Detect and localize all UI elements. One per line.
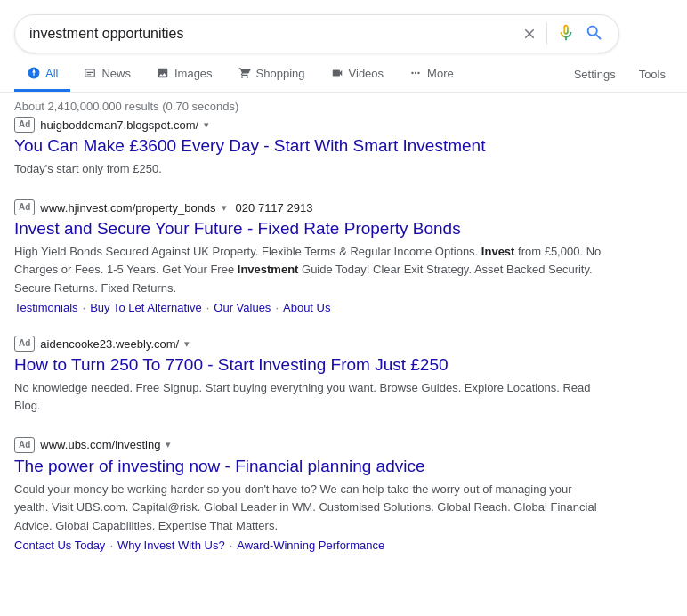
tab-more-label: More <box>427 67 454 80</box>
tab-news-label: News <box>101 67 131 80</box>
sitelink-testimonials[interactable]: Testimonials <box>14 301 78 314</box>
sitelinks-2: Testimonials · Buy To Let Alternative · … <box>14 301 602 314</box>
sitelink-our-values[interactable]: Our Values <box>214 301 271 314</box>
ad-description-1: Today's start only from £250. <box>14 160 602 179</box>
ad-badge-2: Ad <box>14 199 35 215</box>
ad-title-4[interactable]: The power of investing now - Financial p… <box>14 457 425 475</box>
tab-images-label: Images <box>174 67 213 80</box>
ad-badge-1: Ad <box>14 117 35 133</box>
ad-block-4: Ad www.ubs.com/investing ▾ The power of … <box>14 437 602 552</box>
bottom-link-why-invest[interactable]: Why Invest With Us? <box>117 539 225 552</box>
ad-url-arrow-1[interactable]: ▾ <box>204 119 209 131</box>
ad-url-arrow-3[interactable]: ▾ <box>184 338 190 350</box>
all-icon <box>27 66 41 80</box>
bottom-link-sep-2: · <box>230 539 233 552</box>
nav-tabs: All News Images Shopping Vid <box>0 57 687 93</box>
tab-videos[interactable]: Videos <box>318 57 397 92</box>
tab-videos-label: Videos <box>349 67 384 80</box>
ad-description-3: No knowledge needed. Free Signup. Start … <box>14 379 602 416</box>
ad-badge-3: Ad <box>14 336 35 352</box>
tab-images[interactable]: Images <box>143 57 225 92</box>
shopping-icon <box>238 66 252 80</box>
tab-shopping-label: Shopping <box>256 67 305 80</box>
sitelink-sep-3: · <box>275 301 279 314</box>
clear-icon[interactable] <box>521 26 537 42</box>
ad-url-2: www.hjinvest.com/property_bonds <box>40 201 215 215</box>
ad-description-4: Could your money be working harder so yo… <box>14 481 602 536</box>
ad-title-1[interactable]: You Can Make £3600 Every Day - Start Wit… <box>14 136 485 155</box>
bottom-link-contact[interactable]: Contact Us Today <box>14 539 105 552</box>
sitelink-sep-1: · <box>83 301 86 314</box>
news-icon <box>83 66 97 80</box>
ad-url-3: aidencooke23.weebly.com/ <box>40 337 179 351</box>
search-input[interactable] <box>29 26 521 42</box>
ad-url-arrow-4[interactable]: ▾ <box>166 439 171 450</box>
search-icons <box>521 23 604 45</box>
tab-more[interactable]: More <box>396 57 466 92</box>
videos-icon <box>330 66 344 80</box>
ad-description-2: High Yield Bonds Secured Against UK Prop… <box>14 243 602 298</box>
tab-all-label: All <box>45 67 58 80</box>
ad-bold-investment: Investment <box>238 263 299 276</box>
ad-title-2[interactable]: Invest and Secure Your Future - Fixed Ra… <box>14 219 461 238</box>
ad-block-3: Ad aidencooke23.weebly.com/ ▾ How to Tur… <box>14 336 602 416</box>
ad-label-row-4: Ad www.ubs.com/investing ▾ <box>14 437 602 453</box>
search-submit-icon[interactable] <box>585 23 604 45</box>
tools-link[interactable]: Tools <box>632 59 673 90</box>
tab-shopping[interactable]: Shopping <box>225 57 318 92</box>
tab-news[interactable]: News <box>70 57 143 92</box>
ad-title-3[interactable]: How to Turn 250 To 7700 - Start Investin… <box>14 355 449 374</box>
sitelink-about-us[interactable]: About Us <box>283 301 330 314</box>
bottom-link-sep-1: · <box>109 539 113 552</box>
tab-all[interactable]: All <box>14 57 70 92</box>
search-bar-container <box>0 0 687 53</box>
mic-icon[interactable] <box>556 23 576 45</box>
settings-link[interactable]: Settings <box>567 59 623 90</box>
divider <box>546 23 547 45</box>
images-icon <box>156 66 170 80</box>
ad-url-arrow-2[interactable]: ▾ <box>222 202 227 214</box>
results-container: Ad huigboddeman7.blogspot.com/ ▾ You Can… <box>0 117 687 552</box>
sitelink-sep-2: · <box>206 301 210 314</box>
results-count: About 2,410,000,000 results (0.70 second… <box>0 93 687 117</box>
more-icon <box>408 66 423 80</box>
ad-url-4: www.ubs.com/investing <box>40 438 160 451</box>
ad-bold-invest: Invest <box>481 245 515 258</box>
bottom-link-award[interactable]: Award-Winning Performance <box>237 539 384 552</box>
ad-block-2: Ad www.hjinvest.com/property_bonds ▾ 020… <box>14 199 602 314</box>
ad-block-1: Ad huigboddeman7.blogspot.com/ ▾ You Can… <box>14 117 602 178</box>
nav-right: Settings Tools <box>567 59 673 90</box>
ad-url-1: huigboddeman7.blogspot.com/ <box>40 118 198 132</box>
ad-label-row-1: Ad huigboddeman7.blogspot.com/ ▾ <box>14 117 602 133</box>
bottom-links-4: Contact Us Today · Why Invest With Us? ·… <box>14 539 602 552</box>
ad-badge-4: Ad <box>14 437 35 453</box>
ad-phone-2: 020 7117 2913 <box>236 201 313 215</box>
search-bar <box>14 14 619 53</box>
ad-label-row-2: Ad www.hjinvest.com/property_bonds ▾ 020… <box>14 199 602 215</box>
sitelink-buy-to-let[interactable]: Buy To Let Alternative <box>90 301 202 314</box>
ad-label-row-3: Ad aidencooke23.weebly.com/ ▾ <box>14 336 602 352</box>
